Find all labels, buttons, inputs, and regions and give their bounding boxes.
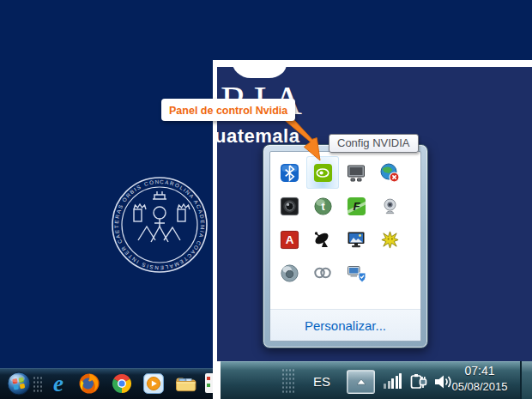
tray-grip-dots: [281, 368, 294, 395]
creative-cloud-icon: [312, 263, 333, 283]
explorer-folder-icon: [174, 372, 197, 395]
taskbar-firefox[interactable]: [77, 372, 101, 396]
yellow-gear-utility-tray-item[interactable]: [373, 223, 406, 256]
display-photo-utility-tray-item[interactable]: [340, 223, 372, 256]
creative-cloud-tray-item[interactable]: [306, 257, 339, 289]
power-plug-tray[interactable]: [407, 370, 431, 394]
firefox-icon: [78, 372, 100, 395]
adobe-utility-icon: A: [280, 230, 299, 250]
internet-explorer-icon: e: [53, 372, 63, 395]
yellow-gear-utility-icon: [380, 230, 400, 250]
tooltip-text: Config NVIDIA: [337, 136, 410, 149]
language-label: ES: [313, 374, 330, 389]
camera-utility-icon: [280, 196, 299, 216]
svg-text:t: t: [321, 201, 324, 213]
pc-security-icon: [346, 263, 367, 283]
network-signal-icon[interactable]: [381, 371, 403, 393]
bar-3: [391, 378, 394, 389]
clock-date: 05/08/2015: [443, 380, 517, 393]
volume-orb-utility-icon: [280, 263, 299, 283]
network-globe-tray-item[interactable]: [373, 156, 406, 189]
up-arrow-icon: [354, 376, 369, 388]
taskbar-grip-dots: [33, 376, 42, 394]
tray-icon-grid: t F: [273, 156, 406, 289]
flyout-inner-panel: t F: [269, 151, 421, 342]
bar-2: [388, 381, 390, 389]
taskbar-partial-app[interactable]: [205, 373, 213, 393]
power-plug-icon: [408, 371, 430, 393]
show-hidden-icons-button[interactable]: [347, 370, 375, 394]
display-photo-utility-icon: [346, 229, 366, 250]
university-seal: CAROLINA ACADEMIA COACTEMALENSIS INTER C…: [108, 173, 211, 276]
flyout-footer: Personalizar...: [270, 309, 420, 341]
bar-4: [396, 376, 398, 389]
pc-security-tray-item[interactable]: [340, 257, 372, 289]
svg-text:A: A: [285, 233, 293, 246]
windows-orb-icon: [7, 372, 31, 396]
green-t-utility-icon: t: [313, 196, 333, 216]
green-t-utility-tray-item[interactable]: t: [306, 190, 339, 222]
partial-app-red-dot: [207, 377, 210, 380]
screen: CAROLINA ACADEMIA COACTEMALENSIS INTER C…: [0, 0, 532, 399]
show-desktop-button[interactable]: [520, 361, 532, 399]
adobe-utility-tray-item[interactable]: A: [273, 223, 305, 256]
taskbar-explorer[interactable]: [173, 372, 197, 396]
satellite-utility-tray-item[interactable]: [306, 223, 339, 256]
taskbar-media-player[interactable]: [142, 372, 166, 396]
start-button[interactable]: [7, 372, 31, 396]
satellite-utility-icon: [312, 229, 333, 250]
webcam-utility-tray-item[interactable]: [373, 190, 406, 222]
flash-utility-icon: F: [347, 196, 366, 216]
taskbar-chrome[interactable]: [110, 372, 134, 396]
tray-clock[interactable]: 07:41 05/08/2015: [443, 364, 517, 393]
bar-5: [399, 373, 402, 389]
volume-orb-utility-tray-item[interactable]: [273, 257, 305, 289]
network-globe-offline-icon: [379, 162, 400, 183]
display-settings-tray-item[interactable]: [340, 156, 372, 189]
media-player-icon: [142, 372, 165, 395]
tray-overflow-flyout: t F: [263, 144, 428, 348]
clock-time: 07:41: [443, 364, 517, 378]
svg-text:F: F: [353, 200, 360, 213]
annotation-text: Panel de control Nvidia: [169, 105, 287, 117]
personalize-link[interactable]: Personalizar...: [305, 318, 386, 333]
annotation-label: Panel de control Nvidia: [161, 99, 295, 121]
taskbar-internet-explorer[interactable]: e: [46, 372, 70, 396]
display-settings-icon: [346, 162, 366, 183]
chrome-icon: [111, 372, 133, 395]
partial-app-green-dot: [207, 384, 210, 387]
seal-ring-text: CAROLINA ACADEMIA COACTEMALENSIS INTER C…: [108, 173, 206, 271]
camera-utility-tray-item[interactable]: [273, 190, 305, 222]
flash-utility-tray-item[interactable]: F: [340, 190, 372, 222]
nvidia-tooltip: Config NVIDIA: [329, 134, 419, 153]
bar-1: [384, 384, 386, 389]
language-indicator[interactable]: ES: [311, 372, 333, 390]
nvidia-icon: [313, 163, 333, 183]
bluetooth-icon: [280, 163, 299, 183]
webcam-utility-icon: [380, 196, 400, 216]
svg-text:CAROLINA ACADEMIA COACTEMALENS: CAROLINA ACADEMIA COACTEMALENSIS INTER C…: [108, 173, 206, 271]
